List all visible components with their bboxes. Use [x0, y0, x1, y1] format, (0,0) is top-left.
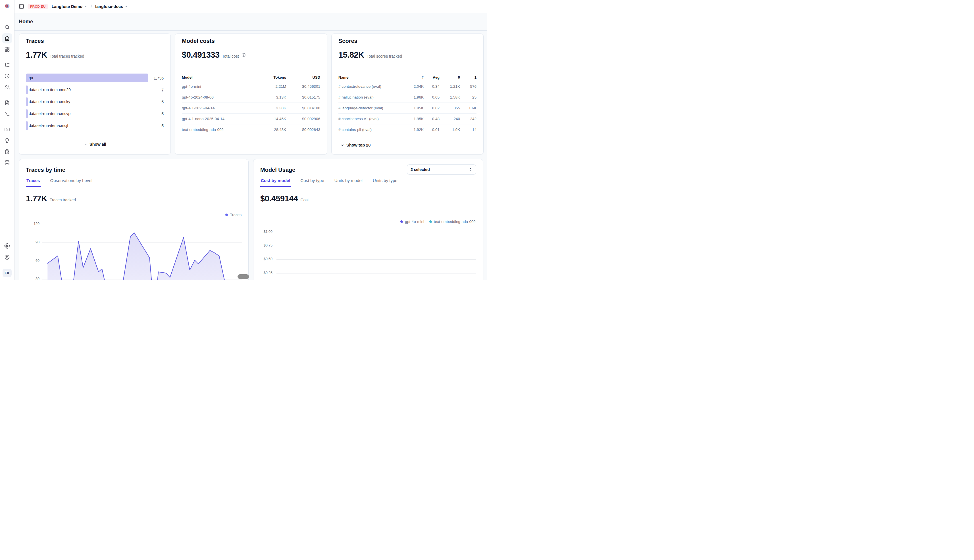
table-row: # contains-pii (eval)1.92K0.011.9K14 [338, 124, 476, 135]
card-title: Traces [26, 38, 44, 44]
annotation-queues-icon[interactable] [2, 147, 12, 157]
page-title: Home [19, 19, 33, 25]
card-title: Model Usage [260, 167, 295, 173]
cell-value: 0.01 [424, 128, 439, 132]
column-header: 0 [439, 75, 460, 80]
org-logo-icon[interactable] [4, 3, 10, 9]
model-usage-tabs: Cost by modelCost by typeUnits by modelU… [260, 177, 476, 187]
breadcrumb-project[interactable]: langfuse-docs [95, 4, 128, 9]
legend-entry: Traces [225, 213, 242, 217]
sidebar-toggle-icon[interactable] [19, 4, 24, 9]
top-header: PROD-EU Langfuse Demo / langfuse-docs [14, 0, 487, 13]
trace-bar-track: dataset-run-item-cmc29 [26, 85, 148, 94]
table-row: gpt-4.1-nano-2025-04-1414.45K$0.002906 [182, 113, 320, 124]
model-usage-chart: $1.00$0.75$0.50$0.25 [276, 227, 476, 280]
cell-name: gpt-4.1-nano-2025-04-14 [182, 117, 255, 121]
legend-entry: gpt-4o-mini [400, 220, 424, 224]
cell-value: 3.13K [255, 95, 286, 99]
show-top-20-button[interactable]: Show top 20 [338, 143, 372, 148]
column-header: Avg [424, 75, 439, 80]
model-select-value: 2 selected [411, 167, 430, 172]
scores-table: Name#Avg01# contextrelevance (eval)2.04K… [338, 73, 476, 135]
cell-name: # contains-pii (eval) [338, 128, 406, 132]
show-top-20-label: Show top 20 [346, 143, 371, 147]
metric-value: 15.82K [338, 50, 364, 60]
trace-label: dataset-run-item-cmcjf [29, 121, 68, 130]
support-icon[interactable] [2, 252, 12, 262]
datasets-icon[interactable] [2, 158, 12, 168]
trace-label: qa [29, 73, 33, 82]
tab-cost-by-type[interactable]: Cost by type [300, 177, 324, 187]
tracing-icon[interactable] [2, 60, 12, 70]
axis-tick-label: $0.25 [258, 271, 272, 275]
model-costs-table: ModelTokensUSDgpt-4o-mini2.21M$0.456301g… [182, 73, 320, 135]
app-root: FK PROD-EU Langfuse Demo / langfuse-docs… [0, 0, 487, 280]
trace-bar-track: dataset-run-item-cmcjf [26, 121, 148, 130]
chevron-down-icon [340, 143, 344, 147]
home-icon[interactable] [2, 33, 12, 43]
settings-icon[interactable] [2, 241, 12, 251]
table-row: gpt-4o-2024-08-063.13K$0.015175 [182, 92, 320, 103]
evaluation-icon[interactable] [2, 124, 12, 135]
trace-bar-track: qa [26, 73, 148, 82]
users-icon[interactable] [2, 82, 12, 92]
cell-name: # contextrelevance (eval) [338, 84, 406, 88]
prompts-icon[interactable] [2, 98, 12, 108]
trace-bar-row: dataset-run-item-cmcjf5 [26, 121, 164, 130]
metric-value: $0.491333 [182, 50, 220, 60]
trace-bar-row: dataset-run-item-cmc297 [26, 85, 164, 94]
main-content: Traces 1.77K Total traces tracked qa1,73… [14, 31, 487, 280]
legend-dot [400, 220, 403, 223]
metric-label: Total scores tracked [367, 54, 402, 58]
cell-value: 0.34 [424, 84, 439, 88]
cell-name: gpt-4o-2024-08-06 [182, 95, 255, 99]
table-row: gpt-4o-mini2.21M$0.456301 [182, 81, 320, 92]
legend-label: gpt-4o-mini [405, 220, 424, 224]
tab-units-by-model[interactable]: Units by model [334, 177, 363, 187]
trace-bar-row: qa1,736 [26, 73, 164, 82]
breadcrumb-org[interactable]: Langfuse Demo [52, 4, 87, 9]
chevron-down-icon [84, 5, 87, 8]
tab-units-by-type[interactable]: Units by type [372, 177, 398, 187]
cell-name: gpt-4.1-2025-04-14 [182, 106, 255, 110]
playground-icon[interactable] [2, 109, 12, 119]
dashboards-icon[interactable] [2, 44, 12, 55]
show-all-button[interactable]: Show all [82, 142, 108, 147]
model-usage-card: Model Usage 2 selected Cost by modelCost… [253, 159, 483, 280]
org-name: Langfuse Demo [52, 4, 82, 9]
search-icon[interactable] [2, 22, 12, 32]
trace-value: 7 [148, 88, 164, 92]
trace-bar-list: qa1,736dataset-run-item-cmc297dataset-ru… [26, 73, 164, 133]
trace-label: dataset-run-item-cmc29 [29, 85, 71, 94]
sessions-icon[interactable] [2, 71, 12, 81]
traces-by-time-tabs: TracesObservations by Level [26, 177, 242, 187]
tab-observations-by-level[interactable]: Observations by Level [50, 177, 93, 187]
page-title-bar: Home [14, 13, 487, 31]
table-header-row: Name#Avg01 [338, 73, 476, 81]
horizontal-scrollbar-thumb[interactable] [237, 274, 249, 279]
chevrons-up-down-icon [469, 168, 473, 172]
trace-bar-track: dataset-run-item-cmcvp [26, 109, 148, 118]
axis-tick-label: $1.00 [258, 230, 272, 234]
info-icon[interactable] [242, 53, 246, 57]
trace-bar-row: dataset-run-item-cmcky5 [26, 97, 164, 106]
legend-dot [225, 213, 228, 216]
scores-card: Scores 15.82K Total scores tracked Name#… [331, 33, 484, 155]
show-all-label: Show all [90, 142, 106, 147]
model-costs-card: Model costs $0.491333 Total cost ModelTo… [175, 33, 327, 155]
cell-value: 355 [439, 106, 460, 110]
legend-dot [429, 220, 432, 223]
user-avatar[interactable]: FK [3, 268, 12, 277]
column-header: USD [286, 75, 320, 80]
gridline [276, 232, 476, 232]
metric-value: 1.77K [26, 50, 47, 60]
axis-tick-label: 30 [25, 277, 40, 280]
card-title: Model costs [182, 38, 215, 44]
cell-name: text-embedding-ada-002 [182, 128, 255, 132]
cell-name: gpt-4o-mini [182, 84, 255, 88]
tab-traces[interactable]: Traces [26, 177, 41, 187]
insights-icon[interactable] [2, 135, 12, 146]
traces-by-time-card: Traces by time TracesObservations by Lev… [19, 159, 249, 280]
tab-cost-by-model[interactable]: Cost by model [260, 177, 291, 187]
model-select-dropdown[interactable]: 2 selected [407, 164, 476, 175]
